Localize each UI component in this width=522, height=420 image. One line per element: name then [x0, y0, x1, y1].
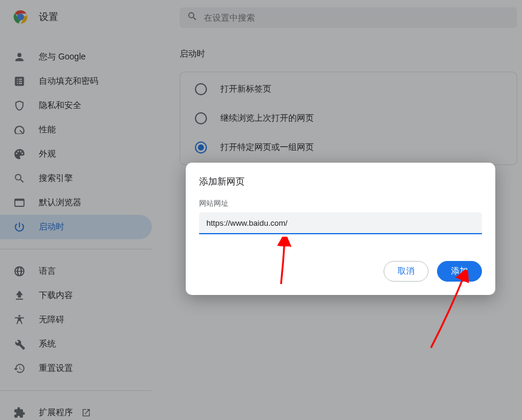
add-button[interactable]: 添加 [437, 261, 482, 282]
dialog-title: 添加新网页 [199, 176, 482, 188]
cancel-button[interactable]: 取消 [384, 261, 429, 282]
url-input[interactable] [199, 212, 482, 234]
dialog-actions: 取消 添加 [199, 261, 482, 282]
add-page-dialog: 添加新网页 网站网址 取消 添加 [186, 163, 495, 295]
url-field-label: 网站网址 [199, 198, 482, 209]
